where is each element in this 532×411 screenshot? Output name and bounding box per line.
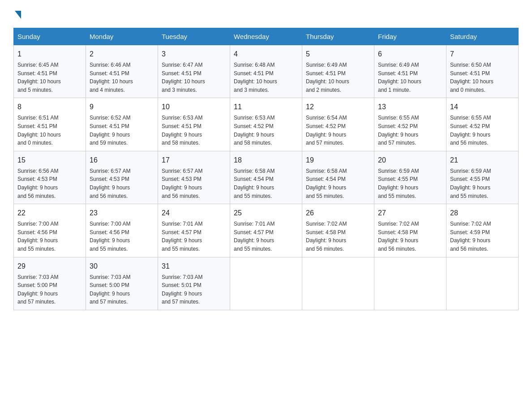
- header-tuesday: Tuesday: [158, 28, 230, 45]
- calendar-cell: 18Sunrise: 6:58 AMSunset: 4:54 PMDayligh…: [230, 151, 302, 204]
- day-number: 25: [234, 208, 298, 218]
- day-number: 26: [306, 208, 370, 218]
- day-info: Sunrise: 6:54 AMSunset: 4:52 PMDaylight:…: [306, 114, 370, 147]
- calendar-cell: 5Sunrise: 6:49 AMSunset: 4:51 PMDaylight…: [302, 45, 374, 98]
- day-info: Sunrise: 6:59 AMSunset: 4:55 PMDaylight:…: [450, 167, 515, 200]
- day-number: 9: [90, 102, 154, 112]
- day-number: 27: [378, 208, 442, 218]
- day-number: 17: [162, 155, 226, 166]
- calendar-cell: 9Sunrise: 6:52 AMSunset: 4:51 PMDaylight…: [86, 98, 158, 151]
- logo: [13, 9, 21, 19]
- day-info: Sunrise: 7:01 AMSunset: 4:57 PMDaylight:…: [234, 220, 298, 253]
- day-info: Sunrise: 6:58 AMSunset: 4:54 PMDaylight:…: [234, 167, 298, 200]
- calendar-cell: 27Sunrise: 7:02 AMSunset: 4:58 PMDayligh…: [374, 204, 446, 257]
- day-number: 19: [306, 155, 370, 166]
- page-header: [13, 9, 519, 19]
- calendar-cell: 23Sunrise: 7:00 AMSunset: 4:56 PMDayligh…: [86, 204, 158, 257]
- day-info: Sunrise: 6:46 AMSunset: 4:51 PMDaylight:…: [90, 61, 154, 94]
- calendar-cell: 11Sunrise: 6:53 AMSunset: 4:52 PMDayligh…: [230, 98, 302, 151]
- day-number: 23: [90, 208, 154, 218]
- day-info: Sunrise: 6:59 AMSunset: 4:55 PMDaylight:…: [378, 167, 442, 200]
- calendar-cell: 7Sunrise: 6:50 AMSunset: 4:51 PMDaylight…: [446, 45, 519, 98]
- calendar-cell: 4Sunrise: 6:48 AMSunset: 4:51 PMDaylight…: [230, 45, 302, 98]
- calendar-week-row: 22Sunrise: 7:00 AMSunset: 4:56 PMDayligh…: [14, 204, 519, 257]
- day-number: 11: [234, 102, 298, 112]
- day-info: Sunrise: 6:57 AMSunset: 4:53 PMDaylight:…: [90, 167, 154, 200]
- day-info: Sunrise: 6:49 AMSunset: 4:51 PMDaylight:…: [378, 61, 442, 94]
- logo-text: [13, 9, 21, 19]
- logo-arrow-icon: [15, 11, 21, 19]
- calendar-cell: 30Sunrise: 7:03 AMSunset: 5:00 PMDayligh…: [86, 257, 158, 310]
- calendar-cell: 2Sunrise: 6:46 AMSunset: 4:51 PMDaylight…: [86, 45, 158, 98]
- calendar-cell: 8Sunrise: 6:51 AMSunset: 4:51 PMDaylight…: [14, 98, 86, 151]
- day-number: 12: [306, 102, 370, 112]
- calendar-week-row: 29Sunrise: 7:03 AMSunset: 5:00 PMDayligh…: [14, 257, 519, 310]
- day-number: 20: [378, 155, 442, 166]
- day-info: Sunrise: 6:53 AMSunset: 4:51 PMDaylight:…: [162, 114, 226, 147]
- day-info: Sunrise: 6:50 AMSunset: 4:51 PMDaylight:…: [450, 61, 515, 94]
- day-number: 16: [90, 155, 154, 166]
- day-info: Sunrise: 6:45 AMSunset: 4:51 PMDaylight:…: [17, 61, 82, 94]
- day-info: Sunrise: 7:02 AMSunset: 4:58 PMDaylight:…: [306, 220, 370, 253]
- calendar-cell: [374, 257, 446, 310]
- day-info: Sunrise: 6:55 AMSunset: 4:52 PMDaylight:…: [450, 114, 515, 147]
- calendar-cell: 26Sunrise: 7:02 AMSunset: 4:58 PMDayligh…: [302, 204, 374, 257]
- header-friday: Friday: [374, 28, 446, 45]
- day-info: Sunrise: 6:47 AMSunset: 4:51 PMDaylight:…: [162, 61, 226, 94]
- calendar-cell: 1Sunrise: 6:45 AMSunset: 4:51 PMDaylight…: [14, 45, 86, 98]
- day-info: Sunrise: 6:49 AMSunset: 4:51 PMDaylight:…: [306, 61, 370, 94]
- header-wednesday: Wednesday: [230, 28, 302, 45]
- day-number: 22: [17, 208, 82, 218]
- calendar-cell: 29Sunrise: 7:03 AMSunset: 5:00 PMDayligh…: [14, 257, 86, 310]
- day-info: Sunrise: 6:55 AMSunset: 4:52 PMDaylight:…: [378, 114, 442, 147]
- day-number: 14: [450, 102, 515, 112]
- calendar-cell: 31Sunrise: 7:03 AMSunset: 5:01 PMDayligh…: [158, 257, 230, 310]
- day-number: 4: [234, 49, 298, 60]
- day-number: 29: [17, 261, 82, 272]
- calendar-cell: 12Sunrise: 6:54 AMSunset: 4:52 PMDayligh…: [302, 98, 374, 151]
- day-number: 5: [306, 49, 370, 60]
- header-sunday: Sunday: [14, 28, 86, 45]
- day-number: 10: [162, 102, 226, 112]
- day-number: 3: [162, 49, 226, 60]
- day-number: 15: [17, 155, 82, 166]
- calendar-week-row: 1Sunrise: 6:45 AMSunset: 4:51 PMDaylight…: [14, 45, 519, 98]
- day-number: 30: [90, 261, 154, 272]
- calendar-cell: 21Sunrise: 6:59 AMSunset: 4:55 PMDayligh…: [446, 151, 519, 204]
- calendar-cell: 15Sunrise: 6:56 AMSunset: 4:53 PMDayligh…: [14, 151, 86, 204]
- header-monday: Monday: [86, 28, 158, 45]
- day-number: 7: [450, 49, 515, 60]
- weekday-header-row: Sunday Monday Tuesday Wednesday Thursday…: [14, 28, 519, 45]
- calendar-cell: 10Sunrise: 6:53 AMSunset: 4:51 PMDayligh…: [158, 98, 230, 151]
- calendar-week-row: 8Sunrise: 6:51 AMSunset: 4:51 PMDaylight…: [14, 98, 519, 151]
- day-info: Sunrise: 7:00 AMSunset: 4:56 PMDaylight:…: [17, 220, 82, 253]
- calendar-cell: [230, 257, 302, 310]
- day-info: Sunrise: 7:02 AMSunset: 4:58 PMDaylight:…: [378, 220, 442, 253]
- day-info: Sunrise: 7:03 AMSunset: 5:00 PMDaylight:…: [90, 273, 154, 306]
- day-number: 2: [90, 49, 154, 60]
- day-number: 8: [17, 102, 82, 112]
- calendar-cell: 3Sunrise: 6:47 AMSunset: 4:51 PMDaylight…: [158, 45, 230, 98]
- day-info: Sunrise: 7:03 AMSunset: 5:01 PMDaylight:…: [162, 273, 226, 306]
- header-saturday: Saturday: [446, 28, 519, 45]
- calendar-cell: [302, 257, 374, 310]
- day-info: Sunrise: 6:52 AMSunset: 4:51 PMDaylight:…: [90, 114, 154, 147]
- calendar-cell: 17Sunrise: 6:57 AMSunset: 4:53 PMDayligh…: [158, 151, 230, 204]
- header-thursday: Thursday: [302, 28, 374, 45]
- day-info: Sunrise: 7:03 AMSunset: 5:00 PMDaylight:…: [17, 273, 82, 306]
- calendar-cell: 16Sunrise: 6:57 AMSunset: 4:53 PMDayligh…: [86, 151, 158, 204]
- day-info: Sunrise: 6:51 AMSunset: 4:51 PMDaylight:…: [17, 114, 82, 147]
- calendar-cell: 25Sunrise: 7:01 AMSunset: 4:57 PMDayligh…: [230, 204, 302, 257]
- calendar-cell: 22Sunrise: 7:00 AMSunset: 4:56 PMDayligh…: [14, 204, 86, 257]
- day-number: 31: [162, 261, 226, 272]
- calendar-cell: 6Sunrise: 6:49 AMSunset: 4:51 PMDaylight…: [374, 45, 446, 98]
- day-number: 21: [450, 155, 515, 166]
- day-number: 28: [450, 208, 515, 218]
- calendar-cell: [446, 257, 519, 310]
- day-info: Sunrise: 7:02 AMSunset: 4:59 PMDaylight:…: [450, 220, 515, 253]
- calendar-cell: 13Sunrise: 6:55 AMSunset: 4:52 PMDayligh…: [374, 98, 446, 151]
- calendar-table: Sunday Monday Tuesday Wednesday Thursday…: [13, 28, 519, 310]
- day-info: Sunrise: 6:57 AMSunset: 4:53 PMDaylight:…: [162, 167, 226, 200]
- day-info: Sunrise: 7:00 AMSunset: 4:56 PMDaylight:…: [90, 220, 154, 253]
- calendar-cell: 28Sunrise: 7:02 AMSunset: 4:59 PMDayligh…: [446, 204, 519, 257]
